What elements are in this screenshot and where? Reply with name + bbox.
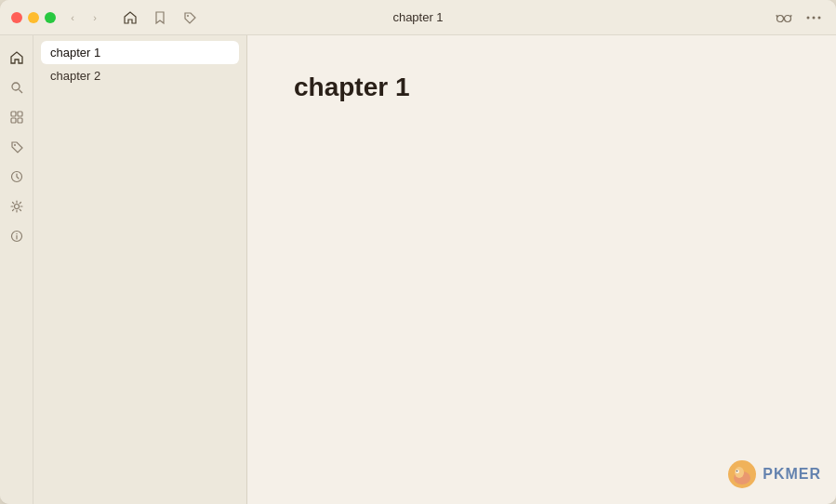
- sidebar-icon-home[interactable]: [4, 45, 30, 71]
- svg-rect-10: [11, 118, 16, 123]
- svg-point-4: [813, 16, 816, 19]
- svg-rect-9: [18, 112, 22, 116]
- svg-point-5: [818, 16, 821, 19]
- glasses-icon[interactable]: [773, 7, 795, 29]
- svg-point-16: [16, 233, 17, 234]
- sidebar-item-chapter-1[interactable]: chapter 1: [41, 41, 239, 64]
- pkmer-watermark: PKMER: [727, 459, 821, 489]
- close-button[interactable]: [11, 12, 22, 23]
- sidebar-icon-search[interactable]: [4, 74, 30, 100]
- svg-rect-11: [18, 118, 22, 123]
- label-icon[interactable]: [179, 7, 201, 29]
- forward-button[interactable]: ›: [86, 8, 104, 27]
- sidebar-icon-settings[interactable]: [4, 193, 30, 219]
- bookmark-icon[interactable]: [149, 7, 171, 29]
- sidebar-list: chapter 1 chapter 2: [33, 35, 247, 504]
- svg-point-21: [736, 471, 738, 472]
- minimize-button[interactable]: [28, 12, 39, 23]
- svg-point-2: [785, 15, 791, 21]
- svg-point-0: [187, 15, 189, 17]
- titlebar-icons: [119, 7, 201, 29]
- sidebar-icon-grid[interactable]: [4, 104, 30, 130]
- maximize-button[interactable]: [45, 12, 56, 23]
- back-button[interactable]: ‹: [63, 8, 82, 27]
- svg-point-1: [777, 15, 784, 21]
- editor-heading: chapter 1: [294, 73, 790, 102]
- app-window: ‹ › chapter 1: [0, 0, 836, 504]
- pkmer-label: PKMER: [763, 466, 821, 483]
- svg-rect-8: [11, 112, 16, 116]
- sidebar-icons: [0, 35, 33, 504]
- svg-point-3: [807, 16, 810, 19]
- svg-point-6: [12, 83, 20, 90]
- home-icon[interactable]: [119, 7, 141, 29]
- sidebar-icon-clock[interactable]: [4, 164, 30, 190]
- titlebar-right: [773, 7, 825, 29]
- traffic-lights: [11, 12, 56, 23]
- window-title: chapter 1: [392, 10, 443, 24]
- editor-area[interactable]: chapter 1 PKMER: [247, 35, 836, 504]
- titlebar: ‹ › chapter 1: [0, 0, 836, 35]
- pkmer-logo-icon: [727, 459, 757, 489]
- sidebar-icon-tag[interactable]: [4, 134, 30, 160]
- nav-controls: ‹ ›: [63, 8, 104, 27]
- more-icon[interactable]: [803, 7, 825, 29]
- svg-point-12: [14, 144, 16, 146]
- main-content: chapter 1 chapter 2 chapter 1 PKMER: [0, 35, 836, 504]
- svg-line-7: [19, 90, 22, 94]
- sidebar-icon-info[interactable]: [4, 223, 30, 249]
- sidebar-item-chapter-2[interactable]: chapter 2: [41, 64, 239, 87]
- svg-point-14: [14, 205, 19, 209]
